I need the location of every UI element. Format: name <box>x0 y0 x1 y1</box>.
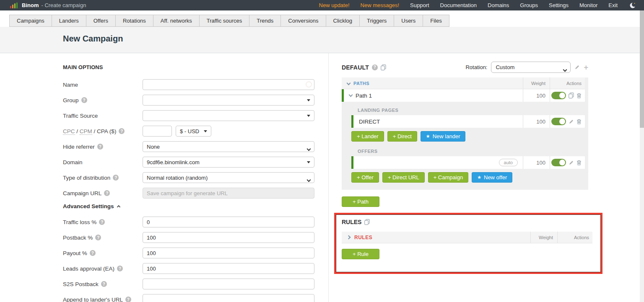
edit-rotation-pencil-icon[interactable] <box>574 65 580 70</box>
help-icon[interactable]: ? <box>81 97 87 103</box>
copy-icon[interactable] <box>364 219 370 225</box>
trash-icon[interactable] <box>576 119 582 124</box>
add-campaign-button[interactable]: + Campaign <box>428 172 468 183</box>
cost-value-input[interactable] <box>143 126 172 137</box>
help-icon[interactable]: ? <box>117 266 123 271</box>
hide-referrer-row: Hide referrer? None <box>63 141 314 152</box>
rotation-select[interactable]: Custom <box>491 62 571 73</box>
menu-item-domains[interactable]: Domains <box>488 2 509 8</box>
trash-icon[interactable] <box>576 160 582 165</box>
tab-files[interactable]: Files <box>423 15 449 27</box>
tab-campaigns[interactable]: Campaigns <box>9 15 52 27</box>
help-icon[interactable]: ? <box>95 235 101 240</box>
cost-model-row: CPC / CPM / CPA ($) ? $ - USD <box>63 126 314 137</box>
menu-item-support[interactable]: Support <box>410 2 429 8</box>
new-offer-button[interactable]: ★ New offer <box>472 172 512 183</box>
tab-offers[interactable]: Offers <box>86 15 116 27</box>
help-icon[interactable]: ? <box>90 250 96 256</box>
menu-item-monitor[interactable]: Monitor <box>579 2 597 8</box>
rules-section-annotated: RULES RULES Weight Actions + Rule <box>334 213 602 274</box>
payout-label: Payout % <box>63 250 87 256</box>
traffic-loss-input[interactable] <box>143 217 314 227</box>
postback-input[interactable] <box>143 232 314 243</box>
tab-trends[interactable]: Trends <box>249 15 281 27</box>
add-direct-button[interactable]: + Direct <box>387 131 417 142</box>
s2s-postback-input[interactable] <box>143 279 314 289</box>
collapse-chevron-icon[interactable] <box>349 93 353 97</box>
help-icon[interactable]: ? <box>104 190 110 196</box>
menu-item-settings[interactable]: Settings <box>549 2 569 8</box>
add-rule-button[interactable]: + Rule <box>342 249 379 259</box>
menu-item-new-update[interactable]: New update! <box>319 2 350 8</box>
add-path-label: + Path <box>353 199 369 205</box>
tab-aff-networks[interactable]: Aff. networks <box>153 15 200 27</box>
tab-users[interactable]: Users <box>394 15 423 27</box>
menu-item-documentation[interactable]: Documentation <box>440 2 477 8</box>
offer-row[interactable]: auto 100 <box>351 156 585 169</box>
trash-icon[interactable] <box>576 93 582 98</box>
new-lander-button[interactable]: ★ New lander <box>421 131 466 142</box>
dropdown-triangle-icon <box>307 161 310 163</box>
tab-rotations[interactable]: Rotations <box>116 15 153 27</box>
tab-landers[interactable]: Landers <box>52 15 86 27</box>
offer-enabled-toggle[interactable] <box>551 159 566 166</box>
add-offer-button[interactable]: + Offer <box>351 172 379 183</box>
distribution-select[interactable]: Normal rotation (random) <box>143 172 314 183</box>
menu-item-groups[interactable]: Groups <box>520 2 538 8</box>
copy-icon[interactable] <box>381 65 386 70</box>
help-icon[interactable]: ? <box>119 128 125 134</box>
add-direct-url-button[interactable]: + Direct URL <box>382 172 425 183</box>
help-icon[interactable]: ? <box>125 297 131 302</box>
distribution-label: Type of distribution <box>63 175 110 181</box>
tab-clicklog[interactable]: Clicklog <box>326 15 360 27</box>
tab-conversions[interactable]: Conversions <box>281 15 326 27</box>
collapse-chevron-icon[interactable] <box>347 81 351 85</box>
add-path-button[interactable]: + Path <box>342 196 379 207</box>
tab-traffic-sources[interactable]: Traffic sources <box>200 15 250 27</box>
landing-weight[interactable]: 100 <box>536 119 545 125</box>
domain-select[interactable]: 9cdf6e.binomlink.com <box>143 157 314 168</box>
add-rotation-icon[interactable]: + <box>584 64 588 71</box>
main-tabbar: Campaigns Landers Offers Rotations Aff. … <box>9 15 449 27</box>
rules-title: RULES <box>342 219 361 225</box>
postback-row: Postback %? <box>63 232 314 243</box>
append-url-input[interactable] <box>143 294 314 302</box>
pencil-icon[interactable] <box>569 160 574 165</box>
dark-mode-moon-icon[interactable] <box>629 2 636 9</box>
cpm-link[interactable]: CPM <box>80 128 92 135</box>
offer-weight[interactable]: 100 <box>536 160 545 166</box>
copy-icon[interactable] <box>569 93 574 98</box>
landing-row[interactable]: DIRECT 100 <box>351 115 585 128</box>
expand-chevron-icon[interactable] <box>347 235 351 240</box>
name-input[interactable] <box>143 79 314 90</box>
hide-referrer-select[interactable]: None <box>143 141 314 152</box>
add-lander-button[interactable]: + Lander <box>351 131 384 142</box>
pencil-icon[interactable] <box>569 119 574 124</box>
payout-input[interactable] <box>143 248 314 258</box>
path-weight[interactable]: 100 <box>536 93 545 99</box>
paths-header-label[interactable]: PATHS <box>353 81 369 86</box>
help-icon[interactable]: ? <box>113 175 119 181</box>
topbar-menu: New update! New messages! Support Docume… <box>319 2 644 9</box>
leads-approval-input[interactable] <box>143 263 314 274</box>
dropdown-triangle-icon <box>307 99 310 101</box>
advanced-settings-toggle[interactable]: Advanced Settings <box>63 203 314 209</box>
tab-triggers[interactable]: Triggers <box>360 15 394 27</box>
help-icon[interactable]: ? <box>372 65 378 70</box>
scrollbar-thumb[interactable] <box>640 10 644 128</box>
help-icon[interactable]: ? <box>97 144 103 150</box>
cpc-link[interactable]: CPC <box>63 128 75 135</box>
traffic-source-select[interactable] <box>143 110 314 121</box>
menu-item-exit[interactable]: Exit <box>608 2 618 8</box>
traffic-source-label: Traffic Source <box>63 113 98 119</box>
rules-header-label[interactable]: RULES <box>354 235 372 240</box>
path-row[interactable]: Path 1 100 <box>342 89 585 102</box>
auto-weight-badge[interactable]: auto <box>499 159 518 166</box>
help-icon[interactable]: ? <box>101 281 107 287</box>
help-icon[interactable]: ? <box>99 219 105 225</box>
menu-item-new-messages[interactable]: New messages! <box>361 2 399 8</box>
path-enabled-toggle[interactable] <box>551 92 566 99</box>
landing-enabled-toggle[interactable] <box>551 118 566 125</box>
scrollbar-track[interactable] <box>640 10 644 302</box>
group-select[interactable] <box>143 95 314 106</box>
